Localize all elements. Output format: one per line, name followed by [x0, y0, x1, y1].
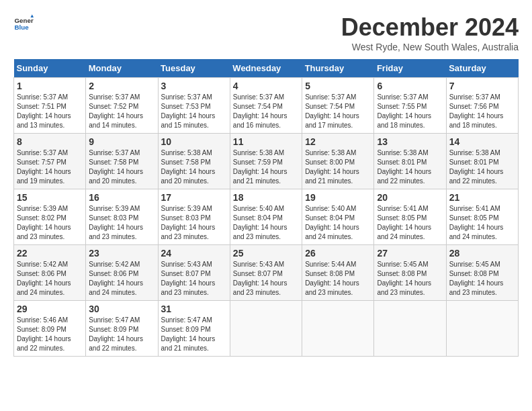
day-number: 7 [449, 81, 515, 91]
day-info: Sunrise: 5:37 AM Sunset: 7:56 PM Dayligh… [449, 93, 515, 130]
day-info: Sunrise: 5:37 AM Sunset: 7:54 PM Dayligh… [305, 93, 371, 130]
day-info: Sunrise: 5:39 AM Sunset: 8:02 PM Dayligh… [17, 204, 83, 242]
day-info: Sunrise: 5:43 AM Sunset: 8:07 PM Dayligh… [233, 260, 299, 298]
calendar-week-4: 22Sunrise: 5:42 AM Sunset: 8:06 PM Dayli… [14, 245, 519, 301]
day-info: Sunrise: 5:38 AM Sunset: 8:01 PM Dayligh… [449, 148, 515, 186]
day-number: 28 [449, 248, 515, 259]
col-thursday: Thursday [302, 59, 374, 78]
day-number: 22 [17, 248, 83, 259]
calendar-week-2: 8Sunrise: 5:37 AM Sunset: 7:57 PM Daylig… [14, 134, 519, 189]
table-row: 7Sunrise: 5:37 AM Sunset: 7:56 PM Daylig… [446, 78, 518, 134]
table-row: 5Sunrise: 5:37 AM Sunset: 7:54 PM Daylig… [302, 78, 374, 134]
day-info: Sunrise: 5:45 AM Sunset: 8:08 PM Dayligh… [449, 260, 515, 298]
table-row: 22Sunrise: 5:42 AM Sunset: 8:06 PM Dayli… [14, 245, 86, 301]
table-row: 4Sunrise: 5:37 AM Sunset: 7:54 PM Daylig… [230, 78, 302, 134]
calendar-week-3: 15Sunrise: 5:39 AM Sunset: 8:02 PM Dayli… [14, 189, 519, 245]
table-row: 16Sunrise: 5:39 AM Sunset: 8:03 PM Dayli… [86, 189, 158, 245]
day-number: 16 [89, 192, 154, 203]
day-info: Sunrise: 5:47 AM Sunset: 8:09 PM Dayligh… [89, 316, 154, 353]
day-number: 19 [305, 192, 371, 203]
table-row: 9Sunrise: 5:37 AM Sunset: 7:58 PM Daylig… [86, 134, 158, 189]
table-row: 23Sunrise: 5:42 AM Sunset: 8:06 PM Dayli… [86, 245, 158, 301]
svg-marker-2 [31, 15, 34, 18]
table-row [230, 301, 302, 357]
day-info: Sunrise: 5:43 AM Sunset: 8:07 PM Dayligh… [161, 260, 227, 298]
day-info: Sunrise: 5:40 AM Sunset: 8:04 PM Dayligh… [305, 204, 371, 242]
table-row: 21Sunrise: 5:41 AM Sunset: 8:05 PM Dayli… [446, 189, 518, 245]
table-row: 10Sunrise: 5:38 AM Sunset: 7:58 PM Dayli… [158, 134, 230, 189]
col-friday: Friday [374, 59, 446, 78]
col-tuesday: Tuesday [158, 59, 230, 78]
table-row: 18Sunrise: 5:40 AM Sunset: 8:04 PM Dayli… [230, 189, 302, 245]
day-number: 14 [449, 136, 515, 147]
calendar-week-1: 1Sunrise: 5:37 AM Sunset: 7:51 PM Daylig… [14, 78, 519, 134]
svg-text:General: General [15, 17, 34, 24]
day-info: Sunrise: 5:39 AM Sunset: 8:03 PM Dayligh… [89, 204, 154, 242]
day-number: 3 [161, 81, 227, 91]
day-number: 13 [377, 136, 443, 147]
day-info: Sunrise: 5:42 AM Sunset: 8:06 PM Dayligh… [89, 260, 154, 298]
day-info: Sunrise: 5:37 AM Sunset: 7:53 PM Dayligh… [161, 93, 227, 130]
day-number: 18 [233, 192, 299, 203]
day-info: Sunrise: 5:37 AM Sunset: 7:51 PM Dayligh… [17, 93, 83, 130]
month-title: December 2024 [341, 13, 519, 42]
day-number: 8 [17, 136, 83, 147]
table-row: 25Sunrise: 5:43 AM Sunset: 8:07 PM Dayli… [230, 245, 302, 301]
calendar-week-5: 29Sunrise: 5:46 AM Sunset: 8:09 PM Dayli… [14, 301, 519, 357]
day-info: Sunrise: 5:39 AM Sunset: 8:03 PM Dayligh… [161, 204, 227, 242]
col-sunday: Sunday [14, 59, 86, 78]
day-number: 30 [89, 304, 154, 314]
day-number: 21 [449, 192, 515, 203]
day-info: Sunrise: 5:37 AM Sunset: 7:54 PM Dayligh… [233, 93, 299, 130]
day-info: Sunrise: 5:38 AM Sunset: 7:59 PM Dayligh… [233, 148, 299, 186]
day-number: 20 [377, 192, 443, 203]
day-info: Sunrise: 5:41 AM Sunset: 8:05 PM Dayligh… [449, 204, 515, 242]
table-row: 26Sunrise: 5:44 AM Sunset: 8:08 PM Dayli… [302, 245, 374, 301]
header: General Blue December 2024 West Ryde, Ne… [13, 13, 519, 52]
day-info: Sunrise: 5:38 AM Sunset: 8:01 PM Dayligh… [377, 148, 443, 186]
day-number: 10 [161, 136, 227, 147]
day-number: 6 [377, 81, 443, 91]
table-row: 17Sunrise: 5:39 AM Sunset: 8:03 PM Dayli… [158, 189, 230, 245]
col-saturday: Saturday [446, 59, 518, 78]
day-info: Sunrise: 5:42 AM Sunset: 8:06 PM Dayligh… [17, 260, 83, 298]
day-number: 4 [233, 81, 299, 91]
day-info: Sunrise: 5:37 AM Sunset: 7:57 PM Dayligh… [17, 148, 83, 186]
table-row: 30Sunrise: 5:47 AM Sunset: 8:09 PM Dayli… [86, 301, 158, 357]
table-row: 2Sunrise: 5:37 AM Sunset: 7:52 PM Daylig… [86, 78, 158, 134]
day-info: Sunrise: 5:46 AM Sunset: 8:09 PM Dayligh… [17, 316, 83, 353]
day-number: 29 [17, 304, 83, 314]
table-row [374, 301, 446, 357]
day-number: 25 [233, 248, 299, 259]
day-number: 5 [305, 81, 371, 91]
day-info: Sunrise: 5:37 AM Sunset: 7:52 PM Dayligh… [89, 93, 154, 130]
day-info: Sunrise: 5:37 AM Sunset: 7:58 PM Dayligh… [89, 148, 154, 186]
table-row: 3Sunrise: 5:37 AM Sunset: 7:53 PM Daylig… [158, 78, 230, 134]
table-row: 20Sunrise: 5:41 AM Sunset: 8:05 PM Dayli… [374, 189, 446, 245]
day-info: Sunrise: 5:37 AM Sunset: 7:55 PM Dayligh… [377, 93, 443, 130]
table-row: 11Sunrise: 5:38 AM Sunset: 7:59 PM Dayli… [230, 134, 302, 189]
day-number: 27 [377, 248, 443, 259]
calendar-table: Sunday Monday Tuesday Wednesday Thursday… [13, 59, 519, 357]
table-row: 1Sunrise: 5:37 AM Sunset: 7:51 PM Daylig… [14, 78, 86, 134]
table-row: 13Sunrise: 5:38 AM Sunset: 8:01 PM Dayli… [374, 134, 446, 189]
day-number: 15 [17, 192, 83, 203]
table-row: 8Sunrise: 5:37 AM Sunset: 7:57 PM Daylig… [14, 134, 86, 189]
day-info: Sunrise: 5:45 AM Sunset: 8:08 PM Dayligh… [377, 260, 443, 298]
day-number: 11 [233, 136, 299, 147]
table-row [302, 301, 374, 357]
table-row: 24Sunrise: 5:43 AM Sunset: 8:07 PM Dayli… [158, 245, 230, 301]
logo: General Blue [13, 13, 34, 34]
table-row: 12Sunrise: 5:38 AM Sunset: 8:00 PM Dayli… [302, 134, 374, 189]
location: West Ryde, New South Wales, Australia [341, 42, 519, 52]
title-area: December 2024 West Ryde, New South Wales… [341, 13, 519, 52]
day-number: 17 [161, 192, 227, 203]
day-info: Sunrise: 5:38 AM Sunset: 7:58 PM Dayligh… [161, 148, 227, 186]
day-number: 9 [89, 136, 154, 147]
table-row: 19Sunrise: 5:40 AM Sunset: 8:04 PM Dayli… [302, 189, 374, 245]
day-info: Sunrise: 5:47 AM Sunset: 8:09 PM Dayligh… [161, 316, 227, 353]
table-row: 15Sunrise: 5:39 AM Sunset: 8:02 PM Dayli… [14, 189, 86, 245]
day-info: Sunrise: 5:38 AM Sunset: 8:00 PM Dayligh… [305, 148, 371, 186]
table-row: 31Sunrise: 5:47 AM Sunset: 8:09 PM Dayli… [158, 301, 230, 357]
logo-icon: General Blue [13, 13, 34, 34]
